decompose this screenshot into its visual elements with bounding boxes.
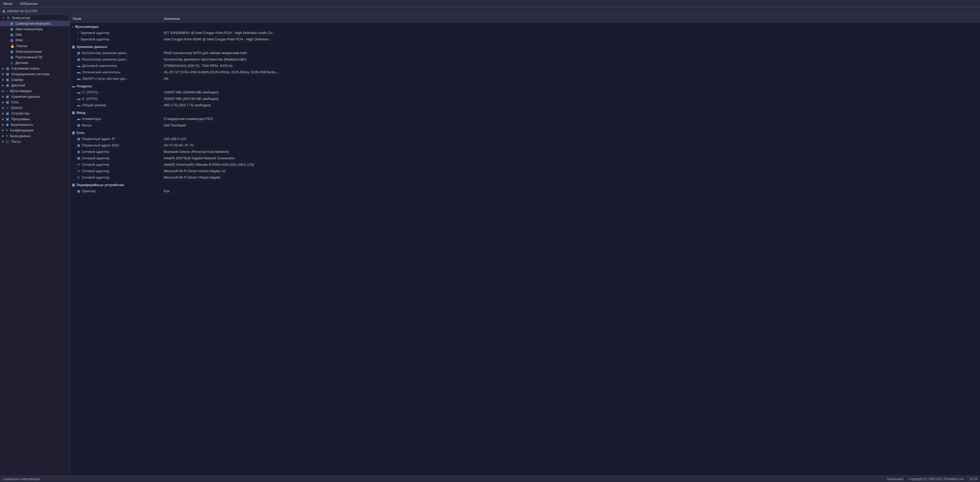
field-label: Первичный адрес IP [82,137,115,141]
sidebar-item-storage[interactable]: ▶▣Хранение данных [0,94,69,99]
table-row: ≋Сетевой адаптерIntel(R) Centrino(R) Ult… [70,161,980,168]
sidebar-item-multimedia[interactable]: ▶♪Мультимедиа [0,88,69,94]
menu-item-favorites[interactable]: Избранное [19,1,39,6]
table-row: ▣Контроллер хранения данн...Контроллер д… [70,56,980,63]
sidebar-item-overclock[interactable]: 🔥Разгон [0,43,69,49]
sidebar-item-portable[interactable]: ▣Портативный ПК [0,54,69,60]
sidebar-icon: ▣ [6,112,9,115]
field-value: Microsoft Wi-Fi Direct Virtual Adapter #… [161,168,980,174]
sidebar-item-display[interactable]: ▶▣Дисплей [0,83,69,88]
field-label: Общий размер [82,103,106,107]
row-icon: ▬ [77,103,81,107]
sidebar-item-database[interactable]: ▶≡База данных [0,133,69,139]
row-icon: ▬ [77,77,81,81]
status-copyright: Copyright (c) 1995-2021 FinalWire Ltd. [908,477,964,481]
sidebar-item-compname[interactable]: ▣Имя компьютера [0,26,69,32]
row-icon: ▬ [77,90,81,94]
sidebar-item-server[interactable]: ▶▣Сервер [0,77,69,83]
row-icon: ≋ [77,176,80,179]
field-value: RAID-контроллер SATA для набора микросхе… [161,50,980,56]
field-value: HL-DT-ST DVD+-RW GU60N (DVD+R9:6x, DVD-R… [161,69,980,75]
section-icon: ▣ [72,183,75,187]
sidebar-icon: ≡ [6,128,8,132]
field-label: Контроллер хранения данн... [82,57,129,61]
status-center: Локальный [887,477,903,481]
row-icon: ≋ [77,169,80,173]
sidebar-item-label: Системная плата [11,66,39,70]
chevron-icon: ▶ [2,78,4,81]
sidebar-item-tests[interactable]: ▶⊡Тесты [0,139,69,144]
table-row: ▬Общий размер465.2 ГБ (353.7 ГБ свободно… [70,102,980,109]
row-icon: ▣ [77,137,80,141]
row-icon: ◉ [77,150,80,154]
sidebar-item-dmi[interactable]: ▣DMI [0,32,69,37]
field-label: Оптический накопитель [82,70,120,74]
sidebar-icon: ▣ [6,100,9,104]
field-label: Дисковый накопитель [82,64,118,68]
sidebar-icon: ▣ [10,55,13,59]
sidebar-item-directx[interactable]: ▶✕DirectX [0,105,69,110]
sidebar-item-devices[interactable]: ▶▣Устройства [0,110,69,116]
field-label: Звуковой адаптер [81,37,110,41]
menu-item-menu[interactable]: Меню [2,1,14,6]
sidebar-item-power[interactable]: ▣Электропитание [0,49,69,54]
sidebar-icon: ✕ [6,106,9,110]
sidebar-icon: ▦ [6,72,9,76]
chevron-icon: ▶ [2,84,4,87]
field-value: 326937 МБ (253726 МБ свободно) [161,96,980,102]
section-row-network: ▣Сеть [70,129,980,136]
sidebar-icon: ▣ [10,27,13,31]
sidebar-item-summary[interactable]: ▣Суммарная информа... [0,21,69,26]
menubar: Меню Избранное [0,0,980,8]
row-icon: ▣ [77,143,80,147]
chevron-icon: ▶ [2,101,4,104]
sidebar-icon: ◉ [6,123,9,127]
table-row: ▬C: (NTFS)149407 МБ (108456 МБ свободно) [70,89,980,96]
field-value: Microsoft Wi-Fi Direct Virtual Adapter [161,174,980,181]
sidebar-item-label: Дисплей [11,83,25,87]
field-label: SMART-статус жёстких дис... [82,77,129,81]
app-icon: ▣ [2,9,5,13]
sidebar-icon: ▣ [10,49,13,54]
field-label: Сетевой адаптер [81,150,109,154]
section-title: Мультимедиа [75,25,99,29]
sidebar-icon: ▣ [10,33,13,37]
sidebar-item-label: Конфигурация [10,128,33,132]
sidebar-icon: ▦ [10,38,13,42]
main-layout: ▼🖥Компьютер▣Суммарная информа...▣Имя ком… [0,15,980,476]
sidebar-item-computer[interactable]: ▼🖥Компьютер [0,15,69,21]
sidebar-item-os[interactable]: ▶▦Операционная система [0,71,69,77]
field-value: Стандартная клавиатура PS/2 [161,116,980,122]
field-value: ST9500423AS (500 ГБ, 7200 RPM, SATA-II) [161,63,980,69]
status-time: 16:18 [969,477,977,481]
section-row-peripherals: ▣Периферийные устройства [70,181,980,188]
field-label: Сетевой адаптер [82,156,110,160]
sidebar-item-security[interactable]: ▶◉Безопасность [0,122,69,128]
sidebar-item-network[interactable]: ▶▣Сеть [0,99,69,105]
sidebar-item-label: Электропитание [16,49,42,54]
row-icon: ▣ [77,123,80,127]
sidebar-item-motherboard[interactable]: ▶▦Системная плата [0,65,69,71]
table-row: ▣Сетевой адаптерIntel(R) 82579LM Gigabit… [70,155,980,161]
info-table: Поле Значение ♪Мультимедиа♪Звуковой адап… [70,15,980,195]
sidebar-item-label: База данных [10,134,31,138]
table-row: ◉Сетевой адаптерBluetooth Device (Person… [70,148,980,155]
sidebar-icon: ▣ [6,83,9,87]
sidebar-item-ipmi[interactable]: ▦IPMI [0,37,69,43]
table-row: ▬Дисковый накопительST9500423AS (500 ГБ,… [70,63,980,69]
sidebar-item-label: Сеть [11,100,19,104]
sidebar-item-label: DirectX [11,106,22,110]
section-title: Разделы [77,84,92,88]
section-icon: ▣ [72,131,75,135]
sidebar-item-config[interactable]: ▶≡Конфигурация [0,128,69,133]
sidebar-item-programs[interactable]: ▶▣Программы [0,116,69,122]
table-row: ▬Оптический накопительHL-DT-ST DVD+-RW G… [70,69,980,75]
row-icon: ≋ [77,163,80,166]
col-field-header: Поле [70,15,161,22]
table-row: ▣Контроллер хранения данн...RAID-контрол… [70,50,980,56]
section-title: Ввод [76,110,85,115]
field-label: Принтер [82,189,95,193]
field-value: 465.2 ГБ (353.7 ГБ свободно) [161,102,980,109]
sidebar-item-sensors[interactable]: ◎Датчики [0,60,69,65]
section-title: Хранение данных [76,45,107,49]
